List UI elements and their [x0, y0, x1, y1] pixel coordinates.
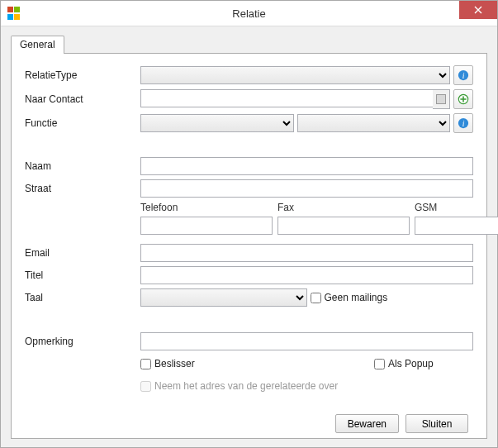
naarcontact-lookup [140, 89, 450, 109]
beslisser-checkbox-wrapper[interactable]: Beslisser [140, 358, 374, 369]
svg-text:i: i [462, 71, 465, 80]
label-functie: Functie [25, 117, 140, 129]
geenmailings-label: Geen mailings [325, 292, 388, 303]
label-taal: Taal [25, 292, 140, 303]
label-straat: Straat [25, 183, 140, 194]
alspopup-checkbox-wrapper[interactable]: Als Popup [374, 358, 473, 369]
label-opmerking: Opmerking [25, 336, 140, 347]
tabstrip: General [11, 35, 487, 53]
alspopup-checkbox[interactable] [374, 359, 385, 369]
functie2-select[interactable] [297, 114, 451, 132]
close-button[interactable] [459, 1, 497, 19]
close-icon [474, 6, 482, 14]
label-fax: Fax [277, 202, 410, 213]
sluiten-button[interactable]: Sluiten [406, 414, 468, 433]
label-relatietype: RelatieType [25, 69, 140, 81]
taal-select[interactable] [140, 288, 307, 307]
label-naam: Naam [25, 160, 140, 172]
gsm-input[interactable] [415, 217, 498, 235]
info-icon: i [458, 69, 469, 81]
label-gsm: GSM [415, 202, 498, 213]
neemadres-label: Neem het adres van de gerelateerde over [154, 380, 338, 392]
dialog-window: Relatie General RelatieType i Naar Cont [0, 0, 498, 448]
tab-page-general: RelatieType i Naar Contact [11, 53, 487, 439]
functie-info-button[interactable]: i [453, 113, 473, 133]
telefoon-input[interactable] [140, 217, 273, 235]
add-icon [458, 93, 469, 105]
label-email: Email [25, 247, 140, 259]
titel-input[interactable] [140, 266, 473, 284]
window-title: Relatie [1, 7, 497, 20]
naarcontact-lookup-button[interactable] [433, 89, 450, 109]
button-bar: Bewaren Sluiten [25, 407, 473, 433]
naarcontact-input[interactable] [140, 89, 433, 107]
neemadres-checkbox [140, 381, 151, 392]
info-icon: i [458, 117, 469, 129]
relatietype-info-button[interactable]: i [453, 65, 473, 85]
straat-input[interactable] [140, 179, 473, 198]
client-area: General RelatieType i Naar Contact [1, 26, 497, 447]
label-naarcontact: Naar Contact [25, 93, 140, 105]
functie1-select[interactable] [140, 114, 294, 132]
beslisser-checkbox[interactable] [140, 359, 151, 369]
alspopup-label: Als Popup [388, 358, 434, 369]
relatietype-select[interactable] [140, 66, 450, 84]
svg-text:i: i [462, 119, 465, 128]
geenmailings-checkbox-wrapper[interactable]: Geen mailings [311, 292, 388, 303]
naam-input[interactable] [140, 157, 473, 175]
app-icon [7, 7, 21, 20]
neemadres-checkbox-wrapper: Neem het adres van de gerelateerde over [140, 380, 338, 392]
beslisser-label: Beslisser [154, 358, 195, 369]
titlebar: Relatie [1, 1, 497, 26]
geenmailings-checkbox[interactable] [311, 293, 321, 303]
naarcontact-add-button[interactable] [453, 89, 473, 109]
ellipsis-icon [436, 94, 446, 104]
label-telefoon: Telefoon [140, 202, 273, 213]
fax-input[interactable] [277, 217, 410, 235]
opmerking-input[interactable] [140, 332, 473, 350]
tab-general[interactable]: General [11, 36, 64, 54]
email-input[interactable] [140, 244, 473, 262]
label-titel: Titel [25, 269, 140, 281]
bewaren-button[interactable]: Bewaren [335, 414, 399, 433]
